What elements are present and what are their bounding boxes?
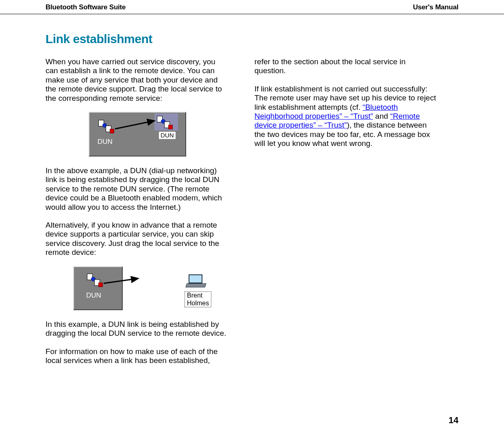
svg-line-0 bbox=[115, 121, 154, 129]
svg-line-1 bbox=[104, 278, 138, 283]
body-text: In this example, a DUN link is being est… bbox=[46, 320, 229, 338]
local-service-label: DUN bbox=[98, 138, 113, 146]
header-right: User's Manual bbox=[413, 3, 458, 11]
body-text: If link establishment is not carried out… bbox=[254, 85, 438, 148]
local-service-label: DUN bbox=[86, 291, 101, 300]
body-text: In the above example, a DUN (dial-up net… bbox=[46, 166, 229, 212]
remote-device-label: Brent Holmes bbox=[185, 291, 211, 308]
page-header: Bluetooth Software Suite User's Manual bbox=[0, 0, 504, 14]
drag-arrow-icon bbox=[114, 118, 159, 132]
body-text: Alternatively, if you know in advance th… bbox=[46, 221, 229, 257]
column-right: refer to the section about the local ser… bbox=[254, 57, 438, 372]
body-text: When you have carried out service discov… bbox=[46, 57, 229, 103]
page-content: Link establishment When you have carried… bbox=[0, 14, 504, 372]
body-text-fragment: and bbox=[373, 112, 390, 120]
figure-drag-service-to-device: DUN Brent Holmes bbox=[46, 266, 229, 310]
figure-drag-service-to-service: DUN DUN bbox=[46, 112, 229, 157]
remote-service-label: DUN bbox=[159, 131, 176, 139]
body-text: refer to the section about the local ser… bbox=[254, 57, 438, 76]
column-left: When you have carried out service discov… bbox=[46, 57, 229, 372]
remote-dun-service-icon bbox=[157, 116, 175, 132]
section-heading: Link establishment bbox=[46, 32, 458, 46]
body-text: For information on how to make use of ea… bbox=[46, 347, 229, 365]
two-column-layout: When you have carried out service discov… bbox=[46, 57, 458, 372]
page-number: 14 bbox=[449, 415, 458, 426]
remote-device-laptop-icon bbox=[186, 274, 206, 288]
body-text-fragment: If link establishment is not carried out… bbox=[254, 85, 436, 111]
header-left: Bluetooth Software Suite bbox=[46, 3, 126, 11]
drag-arrow-icon bbox=[102, 275, 141, 287]
